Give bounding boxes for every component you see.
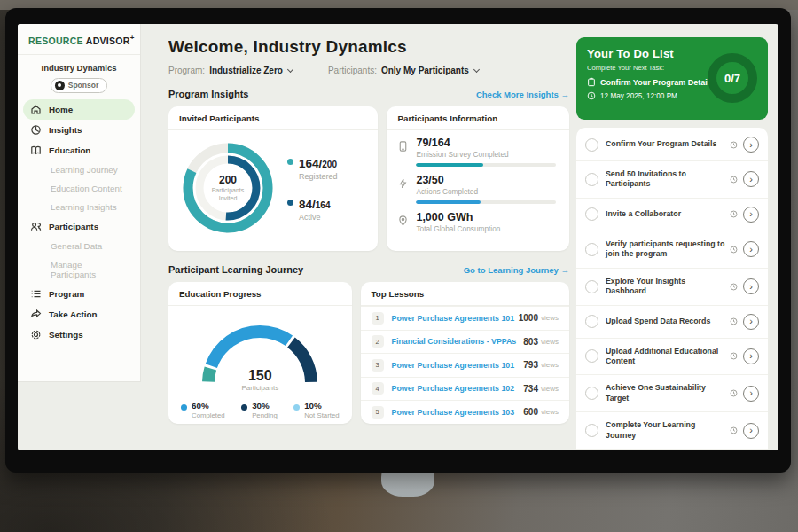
stat-label: Total Global Consumption — [416, 224, 559, 233]
chevron-down-icon — [473, 66, 480, 73]
program-insights-header: Program Insights Check More Insights → — [168, 89, 569, 99]
task-open-button[interactable]: › — [743, 241, 759, 257]
legend-item-not-started: 10% Not Started — [293, 401, 339, 419]
task-checkbox[interactable] — [585, 138, 598, 152]
lesson-title-link[interactable]: Power Purchase Agreements 103 — [392, 408, 524, 417]
stat-value: 79/164 — [416, 137, 559, 149]
lesson-row[interactable]: 4 Power Purchase Agreements 102 734views — [361, 377, 569, 401]
task-row[interactable]: Achieve One Sustainability Target › — [576, 375, 768, 412]
sidebar-item-general-data[interactable]: General Data — [23, 237, 135, 255]
legend-value: 84/ — [299, 198, 316, 211]
sidebar-item-home[interactable]: Home — [23, 99, 135, 120]
participants-label: Participants: — [328, 66, 377, 75]
program-select[interactable]: Program:Industrialize Zero — [168, 66, 293, 75]
task-row[interactable]: Upload Additional Educational Content › — [576, 339, 768, 376]
sidebar-item-education-content[interactable]: Education Content — [23, 179, 135, 198]
clock-icon — [730, 246, 738, 254]
progress-bar — [416, 200, 556, 204]
task-open-button[interactable]: › — [743, 278, 759, 294]
participants-select[interactable]: Participants:Only My Participants — [328, 66, 479, 75]
clock-icon — [587, 91, 596, 100]
go-to-learning-journey-link[interactable]: Go to Learning Journey → — [464, 265, 569, 275]
insights-cards-row: Invited Participants 200 Participants In… — [168, 106, 569, 251]
task-row[interactable]: Confirm Your Program Details › — [576, 129, 768, 161]
collapse-tasks-link[interactable]: Collapse Tasks — [576, 450, 768, 450]
sidebar-item-manage-participants[interactable]: Manage Participants — [23, 255, 135, 284]
sidebar-item-learning-insights[interactable]: Learning Insights — [23, 198, 135, 216]
todo-progress-ring: 0/7 — [705, 51, 760, 106]
legend-item-active: 84/164 Active — [287, 196, 338, 222]
legend-dot — [287, 159, 293, 165]
task-checkbox[interactable] — [585, 243, 598, 256]
sidebar-item-learning-journey[interactable]: Learning Journey — [23, 160, 135, 179]
lesson-title-link[interactable]: Power Purchase Agreements 101 — [392, 361, 524, 370]
logo-plus: + — [130, 34, 135, 42]
sidebar-item-label: General Data — [51, 241, 102, 251]
task-open-button[interactable]: › — [743, 423, 759, 439]
legend-label: Completed — [192, 411, 225, 419]
task-row[interactable]: Complete Your Learning Journey › — [576, 412, 768, 450]
stat-label: Actions Completed — [416, 187, 559, 196]
task-row[interactable]: Send 50 Invitations to Participants › — [576, 161, 768, 199]
card-title: Top Lessons — [361, 282, 569, 306]
chevron-right-icon: › — [749, 316, 753, 326]
task-label: Send 50 Invitations to Participants — [606, 169, 730, 190]
section-title: Participant Learning Journey — [168, 264, 303, 275]
book-icon — [30, 145, 42, 156]
lesson-row[interactable]: 1 Power Purchase Agreements 101 1000view… — [361, 306, 569, 330]
legend-dot — [181, 404, 187, 411]
sidebar-item-education[interactable]: Education — [23, 140, 135, 160]
arrow-right-icon: → — [561, 90, 570, 99]
lesson-row[interactable]: 5 Power Purchase Agreements 103 600views — [361, 400, 569, 424]
lesson-rank: 1 — [372, 312, 384, 325]
task-row[interactable]: Verify participants requesting to join t… — [576, 231, 768, 269]
task-row[interactable]: Invite a Collaborator › — [576, 199, 768, 231]
program-label: Program: — [168, 66, 205, 75]
sponsor-badge[interactable]: Sponsor — [51, 78, 107, 93]
task-checkbox[interactable] — [585, 315, 598, 328]
lesson-title-link[interactable]: Power Purchase Agreements 102 — [392, 384, 524, 393]
check-more-insights-link[interactable]: Check More Insights → — [476, 90, 569, 99]
task-row[interactable]: Explore Your Insights Dashboard › — [576, 269, 768, 306]
monitor-bezel: RESOURCE ADVISOR+ Industry Dynamics Spon… — [5, 8, 791, 473]
sidebar-item-insights[interactable]: Insights — [23, 120, 135, 140]
task-open-button[interactable]: › — [743, 386, 759, 402]
legend-item-registered: 164/200 Registered — [287, 155, 338, 181]
task-open-button[interactable]: › — [743, 137, 759, 153]
legend-value: 30% — [252, 401, 278, 411]
task-checkbox[interactable] — [585, 349, 598, 363]
lesson-row[interactable]: 2 Financial Considerations - VPPAs 803vi… — [361, 330, 569, 354]
task-checkbox[interactable] — [585, 280, 598, 293]
lesson-title-link[interactable]: Power Purchase Agreements 101 — [392, 314, 519, 323]
clock-icon — [730, 176, 738, 184]
task-checkbox[interactable] — [585, 387, 598, 400]
task-open-button[interactable]: › — [743, 348, 759, 364]
lesson-title-link[interactable]: Financial Considerations - VPPAs — [392, 337, 524, 346]
legend-value: 164/ — [299, 157, 322, 170]
todo-summary-card: Your To Do List Complete Your Next Task:… — [576, 37, 768, 120]
todo-progress-value: 0/7 — [705, 51, 760, 106]
education-progress-card: Education Progress 150 Participants — [168, 282, 352, 424]
sidebar-item-take-action[interactable]: Take Action — [23, 304, 135, 325]
chevron-right-icon: › — [749, 139, 753, 150]
legend-dot — [293, 404, 300, 411]
task-open-button[interactable]: › — [743, 314, 759, 330]
lesson-row[interactable]: 3 Power Purchase Agreements 101 793views — [361, 353, 569, 377]
sidebar-item-participants[interactable]: Participants — [23, 216, 135, 237]
task-open-button[interactable]: › — [743, 171, 759, 187]
actions-icon — [397, 177, 409, 190]
clock-icon — [730, 317, 738, 325]
sidebar-item-label: Learning Journey — [51, 165, 118, 175]
org-name: Industry Dynamics — [18, 63, 140, 73]
card-title: Education Progress — [168, 282, 352, 306]
task-open-button[interactable]: › — [743, 207, 759, 223]
clock-icon — [730, 141, 738, 149]
task-checkbox[interactable] — [585, 207, 598, 221]
chevron-down-icon — [287, 66, 293, 73]
task-checkbox[interactable] — [585, 424, 598, 437]
task-row[interactable]: Upload Spend Data Records › — [576, 306, 768, 339]
clock-icon — [730, 210, 738, 218]
sidebar-item-settings[interactable]: Settings — [23, 325, 135, 345]
task-checkbox[interactable] — [585, 173, 598, 186]
sidebar-item-program[interactable]: Program — [23, 284, 135, 304]
